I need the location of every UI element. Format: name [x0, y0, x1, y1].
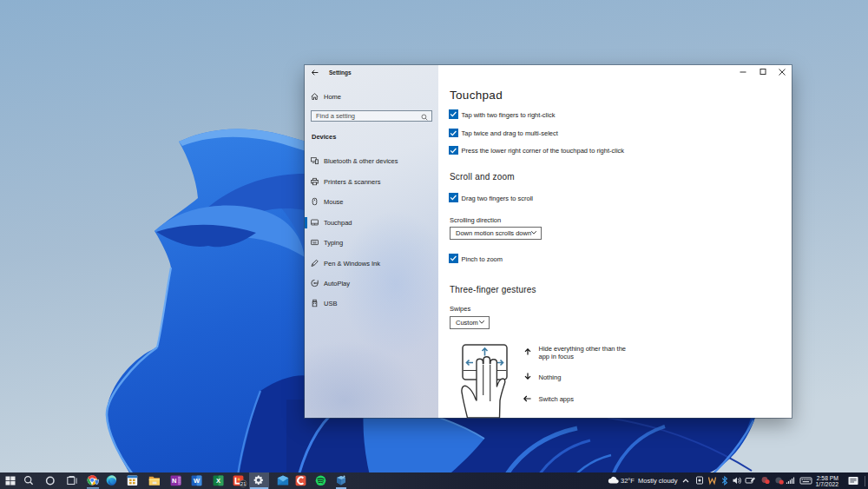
- svg-text:21: 21: [240, 481, 246, 486]
- svg-text:W: W: [194, 477, 201, 485]
- svg-text:X: X: [216, 477, 220, 485]
- svg-text:N: N: [172, 477, 176, 485]
